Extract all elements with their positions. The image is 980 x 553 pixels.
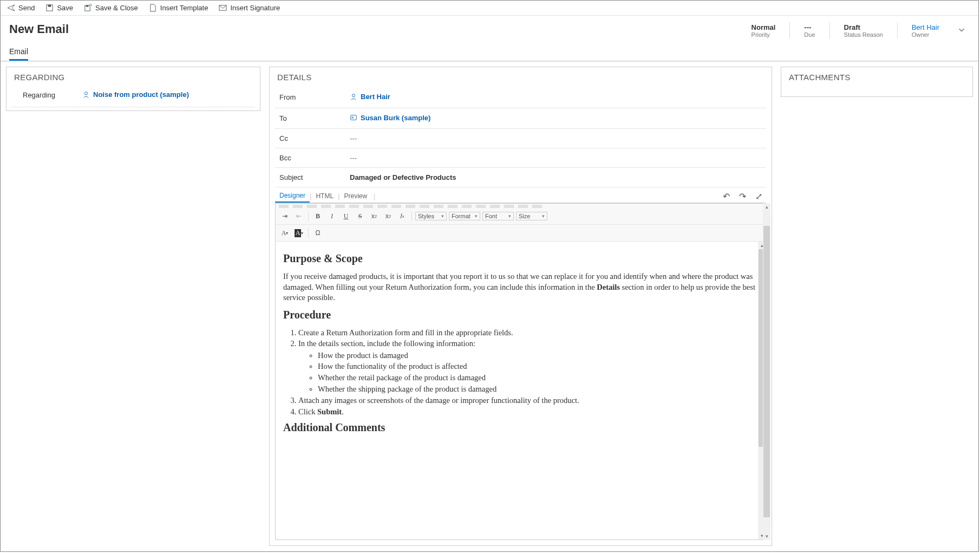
rich-text-editor: ⇥ ⇤ B I U S x2 x2 Ix Styles▾ Format▾ Fon… (275, 203, 766, 540)
underline-button[interactable]: U (340, 210, 352, 222)
case-icon (82, 91, 90, 99)
from-label: From (279, 93, 350, 101)
body-heading-1: Purpose & Scope (283, 251, 758, 266)
save-close-icon (84, 4, 92, 12)
svg-point-6 (352, 94, 355, 96)
regarding-title: REGARDING (6, 67, 260, 87)
subscript-button[interactable]: x2 (368, 210, 380, 222)
send-icon (7, 4, 15, 12)
text-color-button[interactable]: A▾ (279, 227, 291, 239)
body-paragraph-1: If you receive damaged products, it is i… (283, 271, 758, 303)
priority-value: Normal (752, 23, 776, 31)
rt-toolbar-row-3: A▾ A▾ Ω (276, 225, 766, 242)
list-item: How the product is damaged (318, 350, 758, 361)
details-panel: DETAILS From Bert Hair To (269, 67, 772, 546)
header-meta: Normal Priority --- Due Draft Status Rea… (748, 22, 970, 38)
template-icon (149, 4, 157, 12)
editor-tab-designer[interactable]: Designer (275, 190, 310, 203)
to-value-link[interactable]: Susan Burk (sample) (350, 114, 430, 122)
indent-increase-button[interactable]: ⇥ (279, 210, 291, 222)
from-value-link[interactable]: Bert Hair (350, 93, 390, 101)
status-label: Status Reason (844, 31, 883, 38)
meta-separator (829, 22, 830, 38)
rt-toolbar-row-clipped (276, 204, 766, 208)
to-label: To (279, 114, 350, 122)
owner-label: Owner (912, 31, 939, 38)
header-expand-button[interactable] (953, 24, 970, 37)
subject-label: Subject (279, 173, 350, 181)
scroll-up-icon[interactable]: ▴ (766, 203, 768, 211)
status-value: Draft (844, 23, 883, 31)
superscript-button[interactable]: x2 (382, 210, 394, 222)
regarding-panel: REGARDING Regarding Noise from product (… (6, 67, 260, 111)
due-label: Due (804, 31, 815, 38)
meta-separator (897, 22, 898, 38)
save-button[interactable]: Save (45, 4, 73, 12)
rt-toolbar-row-2: ⇥ ⇤ B I U S x2 x2 Ix Styles▾ Format▾ Fon… (276, 208, 766, 225)
special-char-button[interactable]: Ω (312, 227, 324, 239)
list-item: How the functionality of the product is … (318, 361, 758, 372)
font-dropdown[interactable]: Font▾ (482, 212, 514, 220)
bold-button[interactable]: B (312, 210, 324, 222)
email-body-content[interactable]: Purpose & Scope If you receive damaged p… (276, 242, 766, 539)
insert-signature-label: Insert Signature (230, 4, 280, 12)
subject-field[interactable]: Damaged or Defective Products (350, 173, 762, 181)
italic-button[interactable]: I (326, 210, 338, 222)
list-item: Whether the shipping package of the prod… (318, 384, 758, 395)
save-close-button[interactable]: Save & Close (84, 4, 138, 12)
insert-template-button[interactable]: Insert Template (149, 4, 208, 12)
page-title: New Email (9, 22, 69, 36)
tab-email[interactable]: Email (9, 44, 28, 61)
fullscreen-button[interactable]: ⤢ (750, 190, 766, 203)
attachments-title: ATTACHMENTS (781, 67, 972, 87)
save-icon (45, 4, 54, 12)
body-heading-2: Procedure (283, 308, 758, 322)
user-icon (350, 93, 357, 101)
chevron-down-icon (958, 26, 965, 34)
remove-format-button[interactable]: Ix (396, 210, 408, 222)
owner-value[interactable]: Bert Hair (912, 23, 939, 31)
svg-point-5 (84, 92, 87, 94)
regarding-value-text: Noise from product (sample) (93, 90, 189, 99)
strikethrough-button[interactable]: S (354, 210, 366, 222)
insert-signature-button[interactable]: Insert Signature (219, 4, 280, 12)
details-title: DETAILS (270, 67, 772, 87)
procedure-list: Create a Return Authorization form and f… (298, 328, 758, 418)
list-item: Whether the retail package of the produc… (318, 373, 758, 383)
background-color-button[interactable]: A▾ (293, 227, 305, 239)
size-dropdown[interactable]: Size▾ (516, 212, 547, 220)
list-item: In the details section, include the foll… (298, 339, 758, 394)
send-button[interactable]: Send (7, 4, 35, 12)
list-item: Create a Return Authorization form and f… (298, 328, 758, 339)
scrollbar-thumb[interactable] (763, 226, 770, 517)
insert-template-label: Insert Template (160, 4, 208, 12)
from-value-text: Bert Hair (361, 93, 390, 101)
editor-tab-html[interactable]: HTML (311, 190, 338, 202)
undo-button[interactable]: ↶ (717, 190, 734, 203)
list-item: Attach any images or screenshots of the … (298, 395, 758, 406)
redo-button[interactable]: ↷ (734, 190, 750, 203)
regarding-value-link[interactable]: Noise from product (sample) (82, 90, 189, 99)
svg-point-8 (352, 117, 354, 119)
send-label: Send (18, 4, 35, 12)
priority-label: Priority (752, 31, 776, 38)
cc-field[interactable]: --- (350, 134, 762, 142)
svg-rect-1 (48, 5, 51, 7)
bcc-label: Bcc (279, 154, 350, 162)
due-value: --- (804, 23, 815, 31)
svg-rect-3 (86, 5, 89, 7)
indent-decrease-button[interactable]: ⇤ (293, 210, 305, 222)
scroll-down-icon[interactable]: ▾ (766, 532, 768, 540)
body-heading-3: Additional Comments (283, 420, 758, 435)
save-label: Save (57, 4, 73, 12)
cc-label: Cc (279, 134, 350, 142)
meta-separator (789, 22, 790, 38)
regarding-label: Regarding (23, 91, 82, 99)
editor-tab-preview[interactable]: Preview (339, 190, 371, 202)
format-dropdown[interactable]: Format▾ (449, 212, 480, 220)
form-header: New Email Normal Priority --- Due Draft … (1, 16, 978, 38)
styles-dropdown[interactable]: Styles▾ (415, 212, 447, 220)
editor-outer-scrollbar[interactable]: ▴ ▾ (763, 203, 770, 540)
list-item: Click Submit. (298, 407, 758, 418)
bcc-field[interactable]: --- (350, 154, 762, 162)
